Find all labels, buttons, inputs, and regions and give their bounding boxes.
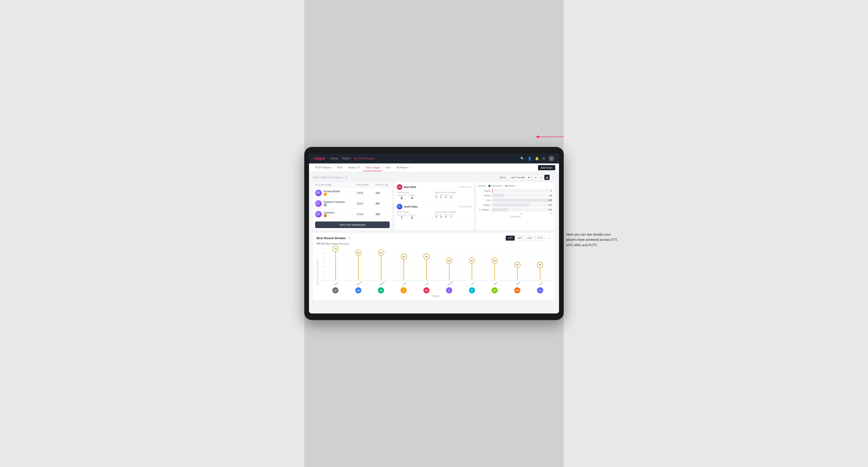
- tab-hcaps[interactable]: Hcaps 1-5: [346, 164, 362, 171]
- stat-date-0: 02 Sep 2023: [459, 186, 471, 188]
- card-view-btn[interactable]: ▦: [545, 175, 550, 180]
- player-avatar-8: RBu: [506, 287, 529, 293]
- player-stat-card-0: RB Rees Britt 02 Sep 2023 Total Rounds T…: [394, 182, 474, 202]
- col-player-name: PLAYER NAME: [315, 184, 356, 186]
- people-icon[interactable]: 👤: [528, 157, 532, 160]
- stat-date-1: 26 Aug 2023: [459, 206, 471, 208]
- line-2: [381, 256, 381, 280]
- bar-row-0: Eagles 3: [478, 189, 553, 193]
- player-name-label-2: D. Billingham: [370, 281, 392, 285]
- nav-my-performance[interactable]: My Performance: [354, 156, 375, 161]
- tablet-screen: clippd Home Teams My Performance 🔍 👤 🔔 ⚙…: [309, 154, 559, 313]
- tab-pgat-players[interactable]: PGAT Players: [313, 164, 334, 171]
- player-avatar-9: CQ: [529, 287, 552, 293]
- bubble-1: 6x: [355, 250, 361, 256]
- bar-row-1: Birdies 96: [478, 194, 553, 197]
- lollipop-chart-area: Best Streak, Fairway Accuracy 7 6 5 4 3: [316, 247, 552, 298]
- streaks-section: Best Round Streaks ← OTT APP ARG PUTT ←: [313, 233, 555, 300]
- player-row-0: RB Richard Butler 1 19/20 110: [313, 188, 392, 198]
- streaks-subtitle: Off The Tee, Fairway Accuracy: [316, 243, 552, 245]
- nav-icons: 🔍 👤 🔔 ⚙ U: [520, 156, 554, 161]
- player-name-label-1: B. McHerg: [347, 281, 369, 285]
- tab-all-players[interactable]: All Players: [394, 164, 411, 171]
- stat-name-1: Josh Coles: [404, 205, 458, 208]
- streaks-title: Best Round Streaks: [316, 236, 346, 240]
- line-8: [517, 268, 518, 280]
- bubble-4: 5x: [423, 253, 430, 260]
- settings-icon[interactable]: ⚙: [542, 157, 545, 160]
- players-label: Players: [320, 295, 552, 298]
- stat-name-0: Rees Britt: [404, 186, 458, 188]
- col-pb-score: PB SCORE: [356, 184, 375, 186]
- bar-chart: Eagles 3 Birdies 96 Pars 499 Bogeys 311 …: [478, 189, 553, 212]
- lollipop-1: 6x: [347, 247, 370, 280]
- arrow-indicator: ←: [348, 236, 352, 241]
- player-avatar-2: DB: [370, 287, 392, 293]
- player-avatar-0: EE: [324, 287, 347, 293]
- player-name-label-6: D. Ford: [460, 281, 483, 285]
- show-controls: Show Last 3 months ⊞ ☰ ▦ ≡: [500, 175, 555, 180]
- bubble-2: 6x: [378, 250, 384, 256]
- tab-pga[interactable]: PGA: [335, 164, 345, 171]
- y-axis-label: Best Streak, Fairway Accuracy: [316, 247, 320, 298]
- tab-team-clippd[interactable]: Team Clippd: [363, 164, 382, 171]
- view-full-leaderboard-button[interactable]: View Full Leaderboard: [315, 221, 390, 228]
- player-name-label-3: J. Coles: [392, 281, 415, 285]
- chart-panel: Rounds Tournament Practice Eagles: [476, 182, 555, 230]
- lollipop-5: 4x: [438, 247, 460, 280]
- player-name-label-5: E. Crossman: [438, 281, 460, 285]
- line-0: [335, 252, 336, 280]
- player-avatar-7: MM: [483, 287, 506, 293]
- main-content: Team Clippd | 14 Players ✏ Show Last 3 m…: [309, 172, 559, 313]
- player-avatar-4: RB: [415, 287, 438, 293]
- lollipop-2: 6x: [370, 247, 393, 280]
- bubble-7: 4x: [492, 257, 498, 264]
- player-name-label-9: C. Quick: [529, 281, 552, 285]
- line-4: [426, 260, 427, 280]
- bar-row-4: D. Bogeys + 131: [478, 208, 553, 212]
- add-team-button[interactable]: Add Team: [538, 165, 555, 170]
- search-icon[interactable]: 🔍: [520, 157, 524, 160]
- arrow-indicator-2: ←: [547, 236, 552, 241]
- player-name-label-7: M. Miller: [483, 281, 506, 285]
- grid-view-btn[interactable]: ⊞: [533, 175, 538, 180]
- lollipop-8: 3x: [506, 247, 529, 280]
- line-3: [404, 260, 404, 280]
- line-7: [494, 264, 495, 280]
- player-avatar-1: BM: [347, 287, 369, 293]
- streaks-header: Best Round Streaks ← OTT APP ARG PUTT ←: [316, 236, 552, 241]
- stats-panel: RB Rees Britt 02 Sep 2023 Total Rounds T…: [394, 182, 474, 230]
- detail-view-btn[interactable]: ≡: [550, 175, 555, 180]
- filter-putt[interactable]: PUTT: [535, 236, 546, 241]
- edit-icon[interactable]: ✏: [345, 176, 348, 179]
- bubble-8: 3x: [515, 262, 521, 268]
- line-5: [449, 264, 450, 280]
- team-header: Team Clippd | 14 Players ✏ Show Last 3 m…: [313, 175, 555, 180]
- lollipop-7: 4x: [483, 247, 506, 280]
- line-9: [540, 268, 540, 280]
- tab-tour[interactable]: Tour: [383, 164, 393, 171]
- chart-x-axis: 0 200 400: [478, 213, 553, 215]
- player-name-label-0: E. Ewert: [324, 281, 347, 285]
- player-name-label-8: R. Butler: [506, 281, 529, 285]
- nav-home[interactable]: Home: [331, 156, 338, 161]
- nav-teams[interactable]: Teams: [342, 156, 350, 161]
- filter-ott[interactable]: OTT: [506, 236, 515, 241]
- player-avatar-6: DF: [460, 287, 483, 293]
- nav-links: Home Teams My Performance: [331, 156, 520, 161]
- team-title-area: Team Clippd | 14 Players ✏: [313, 176, 348, 179]
- filter-arg[interactable]: ARG: [525, 236, 534, 241]
- bar-row-2: Pars 499: [478, 198, 553, 202]
- filter-app[interactable]: APP: [516, 236, 524, 241]
- bubble-6: 4x: [469, 257, 475, 264]
- show-label: Show: [500, 176, 505, 179]
- period-select[interactable]: Last 3 months: [507, 175, 531, 180]
- line-1: [358, 256, 359, 280]
- list-view-btn[interactable]: ☰: [539, 175, 544, 180]
- user-avatar[interactable]: U: [549, 156, 554, 161]
- sub-nav-tabs: PGAT Players PGA Hcaps 1-5 Team Clippd T…: [313, 164, 538, 171]
- streak-filter-buttons: OTT APP ARG PUTT ←: [506, 236, 552, 241]
- team-name: Team Clippd | 14 Players: [313, 176, 343, 179]
- bell-icon[interactable]: 🔔: [535, 157, 539, 160]
- lollipop-0: 7x: [324, 247, 347, 280]
